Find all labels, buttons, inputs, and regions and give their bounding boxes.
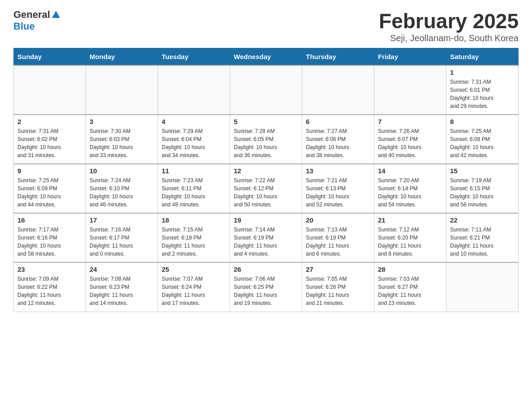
logo-general-text: General bbox=[13, 9, 50, 21]
calendar-day bbox=[158, 65, 230, 115]
day-info: Sunrise: 7:29 AM Sunset: 6:04 PM Dayligh… bbox=[162, 127, 226, 159]
day-number: 26 bbox=[234, 265, 298, 273]
day-info: Sunrise: 7:14 AM Sunset: 6:19 PM Dayligh… bbox=[234, 226, 298, 258]
day-number: 16 bbox=[17, 216, 82, 224]
title-block: February 2025 Seji, Jeollanam-do, South … bbox=[379, 9, 519, 43]
weekday-header-row: SundayMondayTuesdayWednesdayThursdayFrid… bbox=[14, 48, 519, 66]
day-info: Sunrise: 7:23 AM Sunset: 6:11 PM Dayligh… bbox=[162, 176, 226, 209]
calendar-day: 3Sunrise: 7:30 AM Sunset: 6:03 PM Daylig… bbox=[86, 115, 158, 164]
calendar-table: SundayMondayTuesdayWednesdayThursdayFrid… bbox=[13, 48, 519, 312]
weekday-header-tuesday: Tuesday bbox=[158, 48, 230, 66]
day-info: Sunrise: 7:13 AM Sunset: 6:19 PM Dayligh… bbox=[306, 226, 370, 258]
calendar-day: 17Sunrise: 7:16 AM Sunset: 6:17 PM Dayli… bbox=[86, 213, 158, 262]
calendar-day: 16Sunrise: 7:17 AM Sunset: 6:16 PM Dayli… bbox=[14, 213, 86, 262]
day-number: 25 bbox=[162, 265, 226, 273]
day-info: Sunrise: 7:05 AM Sunset: 6:26 PM Dayligh… bbox=[306, 275, 370, 307]
calendar-day: 28Sunrise: 7:03 AM Sunset: 6:27 PM Dayli… bbox=[374, 262, 446, 312]
day-number: 9 bbox=[17, 167, 82, 175]
logo-blue-text: Blue bbox=[13, 21, 35, 32]
calendar-day: 21Sunrise: 7:12 AM Sunset: 6:20 PM Dayli… bbox=[374, 213, 446, 262]
calendar-day: 20Sunrise: 7:13 AM Sunset: 6:19 PM Dayli… bbox=[302, 213, 374, 262]
day-info: Sunrise: 7:22 AM Sunset: 6:12 PM Dayligh… bbox=[234, 176, 298, 209]
day-number: 6 bbox=[306, 118, 370, 125]
day-number: 4 bbox=[162, 118, 226, 125]
weekday-header-monday: Monday bbox=[86, 48, 158, 66]
calendar-day: 5Sunrise: 7:28 AM Sunset: 6:05 PM Daylig… bbox=[230, 115, 302, 164]
day-info: Sunrise: 7:07 AM Sunset: 6:24 PM Dayligh… bbox=[162, 275, 226, 307]
week-row-2: 2Sunrise: 7:31 AM Sunset: 6:02 PM Daylig… bbox=[14, 115, 519, 164]
calendar-day: 23Sunrise: 7:09 AM Sunset: 6:22 PM Dayli… bbox=[14, 262, 86, 312]
day-info: Sunrise: 7:30 AM Sunset: 6:03 PM Dayligh… bbox=[90, 127, 154, 159]
day-number: 27 bbox=[306, 265, 370, 273]
week-row-5: 23Sunrise: 7:09 AM Sunset: 6:22 PM Dayli… bbox=[14, 262, 519, 312]
calendar-day bbox=[446, 262, 519, 312]
calendar-day bbox=[14, 65, 86, 115]
day-number: 3 bbox=[90, 118, 154, 125]
day-number: 22 bbox=[450, 216, 515, 224]
calendar-day: 8Sunrise: 7:25 AM Sunset: 6:08 PM Daylig… bbox=[446, 115, 519, 164]
day-info: Sunrise: 7:12 AM Sunset: 6:20 PM Dayligh… bbox=[378, 226, 442, 258]
calendar-day bbox=[86, 65, 158, 115]
day-number: 11 bbox=[162, 167, 226, 175]
day-number: 12 bbox=[234, 167, 298, 175]
day-info: Sunrise: 7:28 AM Sunset: 6:05 PM Dayligh… bbox=[234, 127, 298, 159]
day-info: Sunrise: 7:16 AM Sunset: 6:17 PM Dayligh… bbox=[90, 226, 154, 258]
day-number: 24 bbox=[90, 265, 154, 273]
day-info: Sunrise: 7:31 AM Sunset: 6:02 PM Dayligh… bbox=[17, 127, 82, 159]
day-info: Sunrise: 7:20 AM Sunset: 6:14 PM Dayligh… bbox=[378, 176, 442, 209]
day-info: Sunrise: 7:24 AM Sunset: 6:10 PM Dayligh… bbox=[90, 176, 154, 209]
logo: General Blue bbox=[13, 9, 61, 33]
day-number: 7 bbox=[378, 118, 442, 125]
calendar-day: 14Sunrise: 7:20 AM Sunset: 6:14 PM Dayli… bbox=[374, 164, 446, 213]
weekday-header-wednesday: Wednesday bbox=[230, 48, 302, 66]
day-number: 2 bbox=[17, 118, 82, 125]
calendar-day: 6Sunrise: 7:27 AM Sunset: 6:06 PM Daylig… bbox=[302, 115, 374, 164]
day-number: 18 bbox=[162, 216, 226, 224]
calendar-day: 18Sunrise: 7:15 AM Sunset: 6:18 PM Dayli… bbox=[158, 213, 230, 262]
calendar-day: 12Sunrise: 7:22 AM Sunset: 6:12 PM Dayli… bbox=[230, 164, 302, 213]
weekday-header-friday: Friday bbox=[374, 48, 446, 66]
day-number: 17 bbox=[90, 216, 154, 224]
day-info: Sunrise: 7:17 AM Sunset: 6:16 PM Dayligh… bbox=[17, 226, 82, 258]
day-info: Sunrise: 7:31 AM Sunset: 6:01 PM Dayligh… bbox=[450, 78, 515, 110]
day-number: 10 bbox=[90, 167, 154, 175]
day-number: 5 bbox=[234, 118, 298, 125]
calendar-day: 15Sunrise: 7:19 AM Sunset: 6:15 PM Dayli… bbox=[446, 164, 519, 213]
calendar-day: 27Sunrise: 7:05 AM Sunset: 6:26 PM Dayli… bbox=[302, 262, 374, 312]
day-number: 20 bbox=[306, 216, 370, 224]
week-row-3: 9Sunrise: 7:25 AM Sunset: 6:09 PM Daylig… bbox=[14, 164, 519, 213]
day-info: Sunrise: 7:26 AM Sunset: 6:07 PM Dayligh… bbox=[378, 127, 442, 159]
week-row-1: 1Sunrise: 7:31 AM Sunset: 6:01 PM Daylig… bbox=[14, 65, 519, 115]
calendar-day: 7Sunrise: 7:26 AM Sunset: 6:07 PM Daylig… bbox=[374, 115, 446, 164]
calendar-subtitle: Seji, Jeollanam-do, South Korea bbox=[379, 33, 519, 43]
calendar-day bbox=[230, 65, 302, 115]
day-info: Sunrise: 7:09 AM Sunset: 6:22 PM Dayligh… bbox=[17, 275, 82, 307]
calendar-day: 25Sunrise: 7:07 AM Sunset: 6:24 PM Dayli… bbox=[158, 262, 230, 312]
day-info: Sunrise: 7:25 AM Sunset: 6:08 PM Dayligh… bbox=[450, 127, 515, 159]
day-number: 23 bbox=[17, 265, 82, 273]
calendar-day bbox=[374, 65, 446, 115]
day-number: 1 bbox=[450, 68, 515, 76]
calendar-day: 13Sunrise: 7:21 AM Sunset: 6:13 PM Dayli… bbox=[302, 164, 374, 213]
day-number: 14 bbox=[378, 167, 442, 175]
day-number: 21 bbox=[378, 216, 442, 224]
calendar-day: 2Sunrise: 7:31 AM Sunset: 6:02 PM Daylig… bbox=[14, 115, 86, 164]
day-number: 19 bbox=[234, 216, 298, 224]
calendar-day: 26Sunrise: 7:06 AM Sunset: 6:25 PM Dayli… bbox=[230, 262, 302, 312]
weekday-header-thursday: Thursday bbox=[302, 48, 374, 66]
weekday-header-saturday: Saturday bbox=[446, 48, 519, 66]
day-number: 8 bbox=[450, 118, 515, 125]
calendar-day bbox=[302, 65, 374, 115]
calendar-title: February 2025 bbox=[379, 9, 519, 33]
day-info: Sunrise: 7:27 AM Sunset: 6:06 PM Dayligh… bbox=[306, 127, 370, 159]
calendar-day: 11Sunrise: 7:23 AM Sunset: 6:11 PM Dayli… bbox=[158, 164, 230, 213]
calendar-day: 1Sunrise: 7:31 AM Sunset: 6:01 PM Daylig… bbox=[446, 65, 519, 115]
day-info: Sunrise: 7:08 AM Sunset: 6:23 PM Dayligh… bbox=[90, 275, 154, 307]
weekday-header-sunday: Sunday bbox=[14, 48, 86, 66]
svg-marker-0 bbox=[52, 11, 60, 18]
day-info: Sunrise: 7:15 AM Sunset: 6:18 PM Dayligh… bbox=[162, 226, 226, 258]
day-info: Sunrise: 7:21 AM Sunset: 6:13 PM Dayligh… bbox=[306, 176, 370, 209]
day-number: 15 bbox=[450, 167, 515, 175]
calendar-day: 22Sunrise: 7:11 AM Sunset: 6:21 PM Dayli… bbox=[446, 213, 519, 262]
calendar-day: 4Sunrise: 7:29 AM Sunset: 6:04 PM Daylig… bbox=[158, 115, 230, 164]
